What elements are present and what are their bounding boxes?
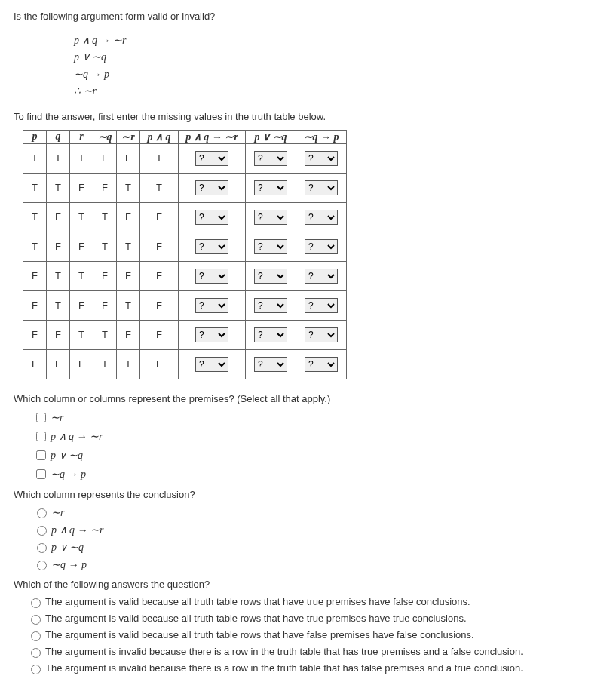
truth-cell: T [23,143,47,173]
truth-cell: F [117,202,140,232]
truth-cell-dropdown: ? [296,173,347,202]
checkbox-not-q-to-p[interactable] [36,469,46,479]
truth-cell: F [93,290,117,320]
truth-cell-dropdown: ? [246,143,296,173]
truth-value-select[interactable]: ? [254,357,287,372]
premise-option: ∼q → p [33,467,602,481]
truth-cell: T [47,143,70,173]
option-label: ∼q → p [51,558,87,571]
truth-value-select[interactable]: ? [254,298,287,313]
conclusion-question: Which column represents the conclusion? [14,489,602,500]
truth-cell-dropdown: ? [179,143,246,173]
truth-cell: F [93,261,117,290]
checkbox-not-r[interactable] [36,413,46,422]
table-row: TTTFFT??? [23,143,347,173]
radio-p-or-not-q[interactable] [37,543,47,553]
truth-cell: T [23,202,47,232]
radio-valid-d[interactable] [31,648,41,658]
truth-cell-dropdown: ? [246,202,296,232]
truth-value-select[interactable]: ? [254,151,287,166]
truth-value-select[interactable]: ? [195,269,228,284]
truth-cell: F [140,349,179,379]
truth-value-select[interactable]: ? [195,298,228,313]
table-row: TTFFTT??? [23,173,347,202]
truth-cell-dropdown: ? [246,261,296,290]
radio-implication[interactable] [37,526,47,536]
truth-value-select[interactable]: ? [254,327,287,342]
truth-value-select[interactable]: ? [254,180,287,195]
truth-cell-dropdown: ? [246,290,296,320]
truth-cell-dropdown: ? [179,173,246,202]
truth-value-select[interactable]: ? [195,180,228,195]
col-r: r [70,130,93,143]
truth-cell: T [47,261,70,290]
radio-valid-e[interactable] [31,665,41,674]
radio-valid-b[interactable] [31,615,41,625]
table-row: TFFTTF??? [23,232,347,261]
truth-value-select[interactable]: ? [305,180,338,195]
truth-value-select[interactable]: ? [305,327,338,342]
truth-value-select[interactable]: ? [254,210,287,225]
radio-valid-a[interactable] [31,598,41,608]
truth-cell: F [93,173,117,202]
truth-cell: T [117,290,140,320]
col-implication: p ∧ q → ∼r [179,130,246,143]
truth-cell: T [93,232,117,261]
conclusion-option: ∼r [33,506,602,519]
truth-cell: T [93,202,117,232]
truth-cell: T [70,261,93,290]
table-row: FTTFFF??? [23,261,347,290]
argument-form: p ∧ q → ∼r p ∨ ∼q ∼q → p ∴ ∼r [74,32,602,100]
truth-cell-dropdown: ? [179,202,246,232]
truth-value-select[interactable]: ? [195,327,228,342]
option-label: The argument is valid because all truth … [45,613,467,624]
option-label: p ∨ ∼q [51,541,84,554]
truth-cell-dropdown: ? [246,349,296,379]
truth-cell-dropdown: ? [296,320,347,349]
conclusion-options: ∼r p ∧ q → ∼r p ∨ ∼q ∼q → p [33,506,602,571]
truth-cell: F [140,232,179,261]
truth-cell: F [23,290,47,320]
truth-value-select[interactable]: ? [305,239,338,254]
radio-valid-c[interactable] [31,631,41,641]
premise-3: ∼q → p [74,66,602,83]
truth-cell: T [117,173,140,202]
truth-cell: F [70,173,93,202]
truth-value-select[interactable]: ? [195,357,228,372]
radio-not-r[interactable] [37,508,47,518]
option-label: p ∧ q → ∼r [51,430,103,443]
truth-cell: F [70,290,93,320]
premise-1: p ∧ q → ∼r [74,32,602,49]
truth-value-select[interactable]: ? [305,210,338,225]
checkbox-implication[interactable] [36,432,46,441]
truth-value-select[interactable]: ? [305,269,338,284]
truth-cell: T [70,320,93,349]
truth-value-select[interactable]: ? [254,269,287,284]
col-p-or-not-q: p ∨ ∼q [246,130,296,143]
truth-value-select[interactable]: ? [195,239,228,254]
truth-value-select[interactable]: ? [254,239,287,254]
truth-cell: F [47,320,70,349]
col-not-q: ∼q [93,130,117,143]
truth-value-select[interactable]: ? [305,151,338,166]
checkbox-p-or-not-q[interactable] [36,450,46,460]
conclusion-option: p ∨ ∼q [33,541,602,554]
validity-options: The argument is valid because all truth … [14,596,602,674]
truth-cell: F [47,349,70,379]
radio-not-q-to-p[interactable] [37,561,47,570]
option-label: ∼r [51,411,63,424]
truth-cell: T [140,173,179,202]
truth-value-select[interactable]: ? [305,357,338,372]
truth-cell: T [117,232,140,261]
premise-option: ∼r [33,410,602,425]
option-label: The argument is valid because all truth … [45,596,470,607]
truth-cell: F [93,143,117,173]
truth-value-select[interactable]: ? [195,210,228,225]
validity-option: The argument is valid because all truth … [27,596,602,608]
truth-value-select[interactable]: ? [195,151,228,166]
truth-cell-dropdown: ? [296,202,347,232]
truth-cell-dropdown: ? [246,232,296,261]
truth-cell: T [117,349,140,379]
truth-value-select[interactable]: ? [305,298,338,313]
premise-option: p ∧ q → ∼r [33,429,602,444]
